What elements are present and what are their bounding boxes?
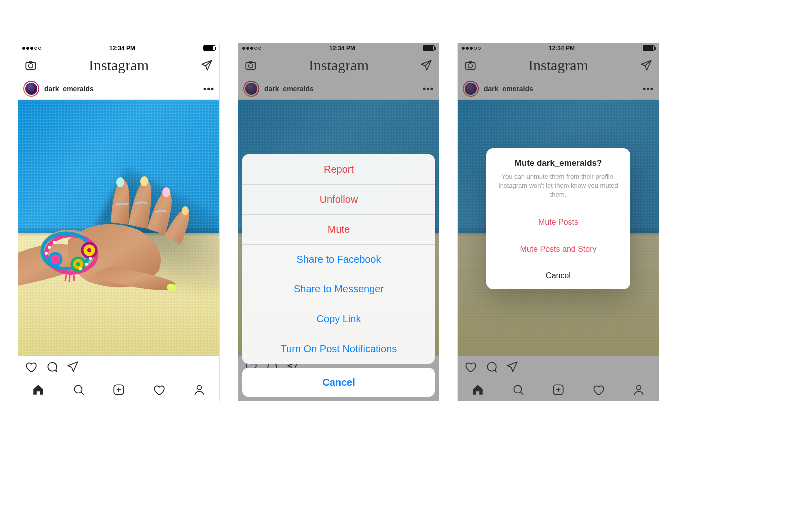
svg-point-13 bbox=[87, 248, 91, 252]
svg-point-16 bbox=[48, 246, 51, 249]
like-icon[interactable] bbox=[24, 360, 37, 373]
svg-point-3 bbox=[140, 176, 148, 186]
status-bar: 12:34 PM bbox=[18, 43, 219, 53]
profile-icon[interactable] bbox=[193, 383, 206, 396]
sheet-share-messenger[interactable]: Share to Messenger bbox=[242, 274, 435, 304]
svg-point-24 bbox=[74, 385, 82, 393]
signal-dots-icon bbox=[22, 47, 41, 50]
svg-point-2 bbox=[116, 177, 124, 187]
svg-line-22 bbox=[69, 270, 70, 282]
post-actions bbox=[18, 356, 219, 378]
post-username[interactable]: dark_emeralds bbox=[44, 85, 94, 93]
sheet-mute[interactable]: Mute bbox=[242, 214, 435, 244]
alert-cancel[interactable]: Cancel bbox=[486, 263, 630, 289]
hand-illustration bbox=[18, 165, 218, 294]
svg-point-19 bbox=[85, 263, 88, 266]
tab-bar bbox=[18, 378, 219, 401]
svg-point-18 bbox=[89, 257, 92, 260]
app-header: Instagram bbox=[18, 53, 219, 78]
instagram-logo: Instagram bbox=[89, 57, 149, 74]
alert-mute-posts-story[interactable]: Mute Posts and Story bbox=[486, 236, 630, 263]
svg-point-20 bbox=[79, 267, 82, 270]
activity-icon[interactable] bbox=[152, 383, 165, 396]
svg-point-12 bbox=[49, 253, 61, 265]
svg-point-1 bbox=[29, 64, 33, 68]
action-sheet: Report Unfollow Mute Share to Facebook S… bbox=[242, 154, 435, 397]
svg-point-17 bbox=[53, 241, 56, 244]
comment-icon[interactable] bbox=[45, 360, 58, 373]
battery-icon bbox=[203, 45, 215, 51]
alert-title: Mute dark_emeralds? bbox=[496, 158, 620, 168]
home-icon[interactable] bbox=[32, 383, 45, 396]
sheet-copy-link[interactable]: Copy Link bbox=[242, 304, 435, 334]
svg-point-15 bbox=[45, 252, 48, 255]
screen-feed: 12:34 PM Instagram dark_emer bbox=[18, 43, 220, 401]
sheet-post-notifications[interactable]: Turn On Post Notifications bbox=[242, 334, 435, 364]
status-clock: 12:34 PM bbox=[109, 45, 135, 52]
search-icon[interactable] bbox=[72, 383, 85, 396]
svg-point-4 bbox=[162, 187, 170, 197]
direct-message-icon[interactable] bbox=[200, 59, 213, 72]
post-header: dark_emeralds ••• bbox=[18, 78, 219, 100]
mute-alert: Mute dark_emeralds? You can unmute them … bbox=[486, 148, 630, 289]
avatar[interactable] bbox=[23, 81, 39, 97]
screen-mute-alert: 12:34 PM Instagram dark_emeralds ••• bbox=[457, 43, 659, 401]
alert-message: You can unmute them from their profile. … bbox=[496, 172, 620, 200]
svg-point-14 bbox=[76, 262, 80, 266]
svg-point-5 bbox=[182, 206, 189, 215]
camera-icon[interactable] bbox=[24, 59, 37, 72]
sheet-unfollow[interactable]: Unfollow bbox=[242, 184, 435, 214]
sheet-report[interactable]: Report bbox=[242, 154, 435, 184]
svg-line-23 bbox=[73, 270, 74, 281]
screen-actionsheet: 12:34 PM Instagram dark_emeralds ••• bbox=[238, 43, 439, 401]
sheet-share-facebook[interactable]: Share to Facebook bbox=[242, 244, 435, 274]
post-more-button[interactable]: ••• bbox=[203, 84, 214, 94]
add-post-icon[interactable] bbox=[112, 383, 125, 396]
svg-point-29 bbox=[197, 385, 201, 390]
svg-line-25 bbox=[81, 392, 83, 395]
share-icon[interactable] bbox=[66, 360, 79, 373]
alert-mute-posts[interactable]: Mute Posts bbox=[486, 209, 630, 236]
post-image[interactable] bbox=[18, 100, 219, 356]
sheet-cancel[interactable]: Cancel bbox=[242, 368, 435, 397]
svg-point-6 bbox=[167, 284, 176, 291]
